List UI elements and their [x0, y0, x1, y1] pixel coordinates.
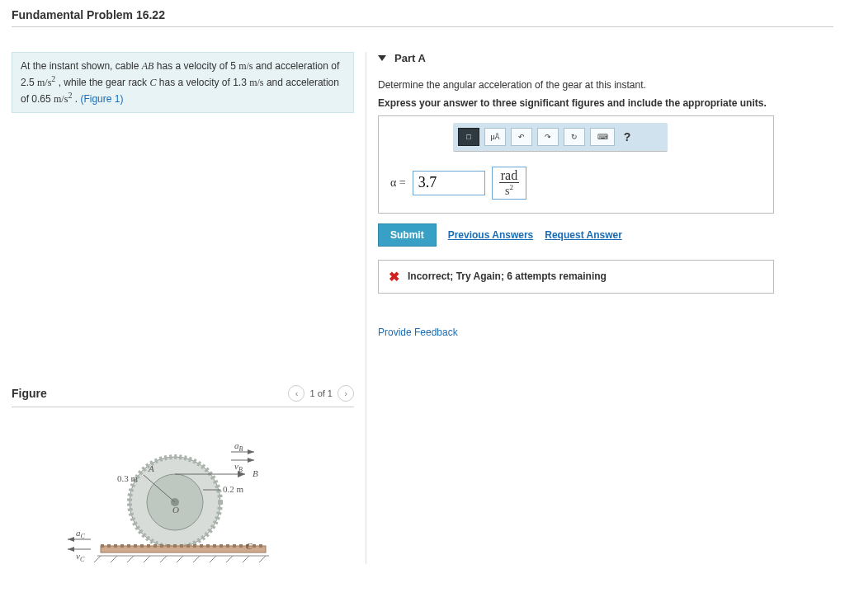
- stem-t4: , while the gear rack: [59, 77, 150, 88]
- svg-line-10: [111, 556, 117, 562]
- label-vC-sub: C: [79, 556, 84, 563]
- part-toggle-icon[interactable]: [378, 55, 386, 61]
- previous-answers-link[interactable]: Previous Answers: [448, 229, 534, 241]
- label-B: B: [253, 468, 258, 478]
- right-column: Part A Determine the angular acceleratio…: [366, 52, 833, 564]
- svg-line-12: [144, 556, 150, 562]
- figure-pager-text: 1 of 1: [309, 388, 333, 398]
- svg-marker-28: [68, 537, 74, 542]
- answer-units-input[interactable]: rad s2: [492, 167, 526, 200]
- stem-t2: has a velocity of 5: [157, 60, 238, 72]
- stem-c: C: [149, 77, 156, 88]
- svg-marker-24: [248, 458, 254, 463]
- problem-statement: At the instant shown, cable AB has a vel…: [12, 52, 354, 113]
- answer-variable-label: α =: [390, 176, 406, 190]
- answer-toolbar: □ μÅ ↶ ↷ ↻ ⌨ ?: [453, 123, 668, 152]
- figure-heading: Figure: [12, 387, 47, 400]
- toolbar-reset-button[interactable]: ↻: [564, 128, 585, 146]
- figure-diagram: O A B C 0.3 m 0.2 m aB vB: [12, 424, 354, 564]
- label-O: O: [172, 505, 179, 515]
- svg-line-9: [94, 556, 101, 562]
- svg-line-14: [177, 556, 183, 562]
- answer-box: □ μÅ ↶ ↷ ↻ ⌨ ? α = rad s2: [378, 115, 774, 214]
- svg-line-18: [243, 556, 249, 562]
- unit-numerator: rad: [499, 169, 519, 183]
- svg-text:aC: aC: [76, 528, 86, 540]
- svg-line-19: [259, 556, 266, 562]
- provide-feedback-link[interactable]: Provide Feedback: [378, 327, 833, 338]
- submit-button[interactable]: Submit: [378, 223, 437, 247]
- part-prompt-1: Determine the angular acceleration of th…: [378, 79, 833, 91]
- stem-u3: m/s: [249, 77, 263, 88]
- toolbar-templates-button[interactable]: □: [458, 128, 479, 146]
- incorrect-icon: ✖: [389, 269, 399, 284]
- toolbar-keyboard-button[interactable]: ⌨: [590, 128, 615, 146]
- svg-text:vC: vC: [76, 551, 85, 563]
- label-r-outer: 0.3 m: [117, 473, 139, 483]
- svg-marker-30: [68, 547, 74, 552]
- svg-text:aB: aB: [234, 440, 243, 453]
- svg-line-13: [160, 556, 167, 562]
- label-C: C: [246, 541, 253, 551]
- stem-u4: m/s2: [54, 93, 72, 105]
- toolbar-redo-button[interactable]: ↷: [537, 128, 559, 146]
- stem-u1: m/s: [238, 60, 253, 72]
- label-r-inner: 0.2 m: [223, 484, 244, 494]
- label-aB-sub: B: [238, 445, 243, 453]
- label-aC-sub: C: [80, 533, 85, 540]
- stem-t5: has a velocity of 1.3: [159, 77, 249, 88]
- request-answer-link[interactable]: Request Answer: [545, 229, 622, 241]
- label-vB-sub: B: [238, 466, 242, 473]
- svg-line-17: [226, 556, 233, 562]
- left-column: At the instant shown, cable AB has a vel…: [12, 52, 366, 564]
- unit-denominator: s2: [499, 183, 519, 197]
- label-A: A: [148, 463, 154, 473]
- svg-line-11: [127, 556, 134, 562]
- svg-marker-22: [248, 449, 254, 454]
- svg-line-15: [193, 556, 200, 562]
- figure-link[interactable]: (Figure 1): [80, 93, 123, 105]
- figure-prev-button[interactable]: ‹: [288, 385, 304, 402]
- stem-t1: At the instant shown, cable: [21, 60, 142, 72]
- feedback-box: ✖ Incorrect; Try Again; 6 attempts remai…: [378, 260, 774, 294]
- part-prompt-2: Express your answer to three significant…: [378, 97, 833, 109]
- problem-title: Fundamental Problem 16.22: [12, 8, 833, 27]
- stem-ab: AB: [142, 60, 154, 72]
- svg-text:vB: vB: [234, 461, 243, 473]
- stem-u2: m/s2: [37, 77, 55, 88]
- svg-line-16: [210, 556, 216, 562]
- figure-next-button[interactable]: ›: [338, 385, 354, 402]
- feedback-text: Incorrect; Try Again; 6 attempts remaini…: [408, 270, 607, 282]
- toolbar-undo-button[interactable]: ↶: [511, 128, 532, 146]
- part-label: Part A: [394, 52, 426, 64]
- toolbar-special-chars-button[interactable]: μÅ: [484, 128, 506, 146]
- toolbar-help-button[interactable]: ?: [620, 128, 635, 146]
- answer-value-input[interactable]: [413, 171, 485, 195]
